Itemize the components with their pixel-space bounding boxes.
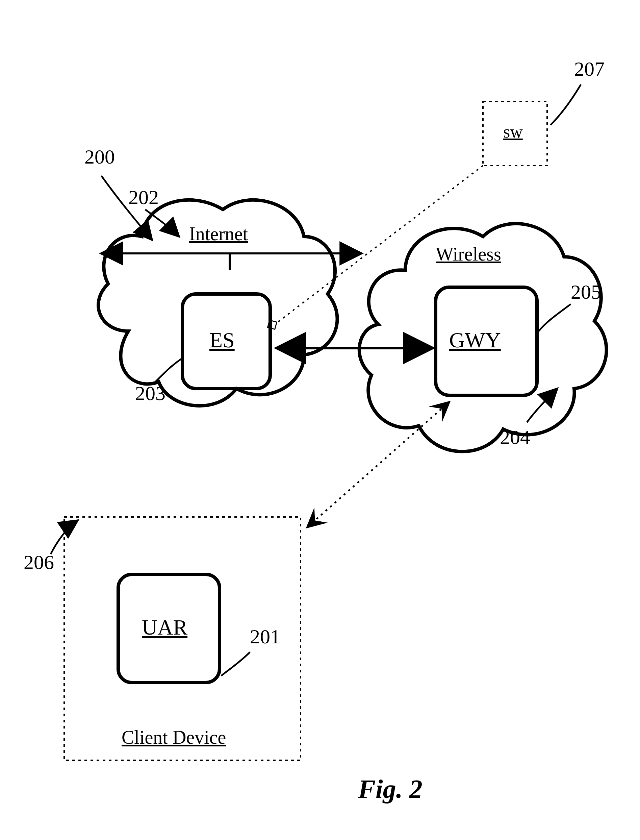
ref-202: 202 xyxy=(128,186,159,209)
sw-label: sw xyxy=(503,122,523,141)
ref-204: 204 xyxy=(500,426,530,449)
figure-label: Fig. 2 xyxy=(358,774,422,804)
client-device-title: Client Device xyxy=(122,726,226,748)
ref-200: 200 xyxy=(85,145,115,168)
ref-203-leader xyxy=(155,358,182,382)
ref-206: 206 xyxy=(24,551,54,574)
gwy-label: GWY xyxy=(449,328,501,353)
ref-207: 207 xyxy=(574,58,605,81)
es-label: ES xyxy=(210,328,235,353)
client-gwy-link xyxy=(307,402,449,527)
ref-205-leader xyxy=(539,304,571,331)
ref-207-leader xyxy=(550,85,581,125)
ref-202-leader xyxy=(145,210,179,237)
wireless-title: Wireless xyxy=(436,243,501,265)
ref-201: 201 xyxy=(250,625,280,648)
internet-title: Internet xyxy=(189,223,248,245)
ref-205: 205 xyxy=(571,281,601,304)
ref-201-leader xyxy=(221,652,250,676)
uar-label: UAR xyxy=(142,615,187,640)
ref-203: 203 xyxy=(135,382,165,405)
diagram-canvas xyxy=(0,0,640,840)
